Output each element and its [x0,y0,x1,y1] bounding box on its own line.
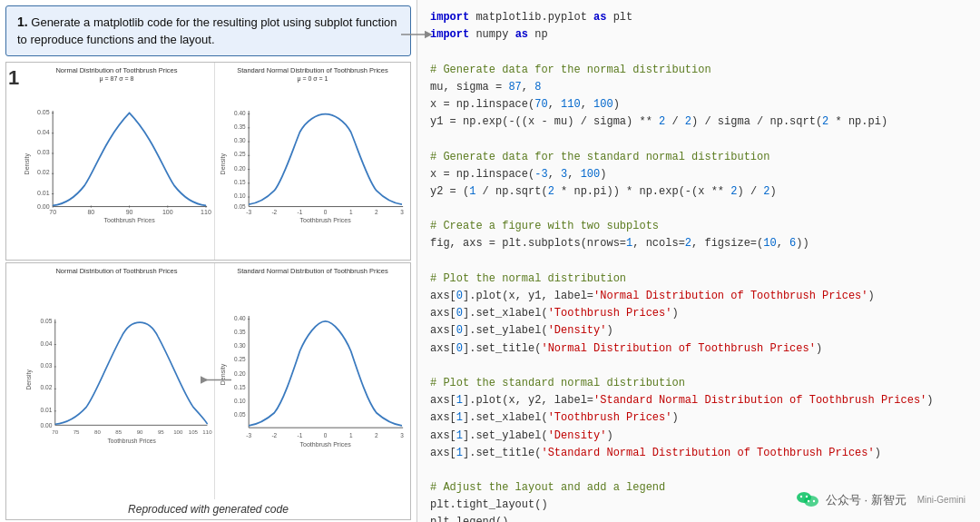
code-axs0-ylabel: axs[0].set_ylabel('Density') [430,322,967,340]
step-label-1: 1 [8,66,19,90]
svg-text:0.05: 0.05 [234,411,246,418]
svg-text:100: 100 [173,428,183,435]
svg-text:0: 0 [324,209,328,215]
svg-text:2: 2 [375,432,378,438]
svg-text:0.25: 0.25 [234,151,246,157]
svg-text:-1: -1 [298,432,303,438]
svg-text:0.03: 0.03 [37,149,50,155]
bottom-left-chart: 0.05 0.04 0.03 0.02 0.01 0.00 70 75 [21,276,212,484]
bottom-right-chart: 0.40 0.35 0.30 0.25 0.20 0.15 0.10 0.05 … [217,276,408,484]
code-axs1-plot: axs[1].plot(x, y2, label='Standard Norma… [430,392,967,409]
svg-point-101 [808,500,809,502]
top-left-chart: 0.05 0.04 0.03 0.02 0.01 0.00 70 [21,83,212,245]
code-axs1-ylabel: axs[1].set_ylabel('Density') [430,428,967,445]
top-right-title: Standard Normal Distribution of Toothbru… [237,66,388,74]
code-blank-4 [430,253,967,271]
top-right-subtitle: μ = 0 σ = 1 [297,75,328,82]
top-left-subtitle: μ = 87 σ = 8 [100,75,134,82]
top-right-subplot: Standard Normal Distribution of Toothbru… [215,63,410,260]
svg-text:Density: Density [220,153,227,174]
svg-text:90: 90 [126,209,133,215]
svg-text:110: 110 [202,428,212,435]
bottom-right-title: Standard Normal Distribution of Toothbru… [237,267,388,275]
svg-text:100: 100 [162,209,173,215]
step-number: 1. [17,15,28,29]
svg-text:0.00: 0.00 [37,203,50,210]
left-arrow [199,369,231,393]
svg-text:105: 105 [189,428,199,435]
svg-text:0: 0 [324,432,328,438]
svg-text:0.00: 0.00 [40,421,52,428]
svg-text:-3: -3 [246,209,251,215]
logo-sub: Mini-Gemini [917,493,965,507]
svg-text:0.02: 0.02 [37,169,50,175]
code-comment-3: # Create a figure with two subplots [430,218,967,235]
code-legend: plt.legend() [430,514,967,522]
svg-text:0.05: 0.05 [234,203,246,210]
svg-text:0.35: 0.35 [234,123,246,130]
svg-text:90: 90 [137,428,143,435]
svg-text:80: 80 [94,428,101,435]
svg-text:Density: Density [25,369,33,389]
svg-text:0.20: 0.20 [234,370,246,377]
svg-text:80: 80 [87,209,94,215]
code-comment-5: # Plot the standard normal distribution [430,375,967,392]
code-line-y1: y1 = np.exp(-((x - mu) / sigma) ** 2 / 2… [430,113,967,131]
code-line-fig: fig, axs = plt.subplots(nrows=1, ncols=2… [430,235,967,252]
reproduced-label: Reproduced with generated code [6,499,410,519]
left-panel: 1. Generate a matplotlib code for the re… [0,0,417,522]
svg-point-102 [813,500,815,502]
bottom-left-subplot: Normal Distribution of Toothbrush Prices… [6,263,215,499]
svg-text:110: 110 [201,209,211,215]
code-line-y2: y2 = (1 / np.sqrt(2 * np.pi)) * np.exp(-… [430,183,967,201]
top-left-subplot: Normal Distribution of Toothbrush Prices… [6,63,215,260]
svg-text:-2: -2 [271,432,277,438]
code-line-import1: import matplotlib.pyplot as plt [430,9,967,26]
bottom-left-title: Normal Distribution of Toothbrush Prices [55,267,177,275]
svg-text:95: 95 [158,428,164,435]
code-axs0-title: axs[0].set_title('Normal Distribution of… [430,340,967,358]
svg-text:-2: -2 [271,209,277,215]
svg-point-100 [806,496,808,497]
logo-area: 公众号 · 新智元 Mini-Gemini [795,488,965,513]
code-line-import2: import numpy as np [430,26,967,44]
svg-text:Toothbrush Prices: Toothbrush Prices [108,438,157,444]
svg-point-99 [800,496,802,497]
right-arrow [401,24,434,48]
prompt-box: 1. Generate a matplotlib code for the re… [5,5,411,56]
svg-text:Toothbrush Prices: Toothbrush Prices [299,441,351,448]
svg-text:0.20: 0.20 [234,165,246,172]
top-right-chart: 0.40 0.35 0.30 0.25 0.20 0.15 0.10 [217,83,408,245]
bottom-right-subplot: Standard Normal Distribution of Toothbru… [215,263,410,499]
svg-text:0.35: 0.35 [234,329,246,335]
svg-text:70: 70 [52,428,58,435]
code-line-x1: x = np.linspace(70, 110, 100) [430,96,967,113]
code-blank-2 [430,131,967,148]
code-blank-5 [430,358,967,375]
code-comment-1: # Generate data for the normal distribut… [430,62,967,79]
svg-text:1: 1 [349,209,353,215]
svg-text:0.15: 0.15 [234,384,246,390]
svg-text:70: 70 [49,209,56,215]
svg-text:0.01: 0.01 [40,407,52,413]
svg-text:0.30: 0.30 [234,342,246,349]
svg-text:0.05: 0.05 [40,318,52,324]
svg-text:Toothbrush Prices: Toothbrush Prices [299,217,351,223]
svg-text:0.03: 0.03 [40,362,52,369]
svg-text:0.01: 0.01 [37,189,50,195]
svg-text:0.25: 0.25 [234,356,246,362]
code-axs1-title: axs[1].set_title('Standard Normal Distri… [430,445,967,462]
code-comment-4: # Plot the normal distribution [430,271,967,288]
svg-text:Toothbrush Prices: Toothbrush Prices [103,217,155,223]
code-line-x2: x = np.linspace(-3, 3, 100) [430,166,967,183]
code-panel: import matplotlib.pyplot as plt import n… [417,0,980,522]
svg-text:-1: -1 [298,209,303,215]
svg-text:0.40: 0.40 [234,315,246,321]
code-comment-2: # Generate data for the standard normal … [430,149,967,166]
svg-text:75: 75 [74,428,80,435]
code-axs1-xlabel: axs[1].set_xlabel('Toothbrush Prices') [430,409,967,427]
svg-text:3: 3 [400,432,404,438]
code-blank-6 [430,462,967,479]
svg-text:85: 85 [115,428,122,435]
svg-text:2: 2 [375,209,378,215]
